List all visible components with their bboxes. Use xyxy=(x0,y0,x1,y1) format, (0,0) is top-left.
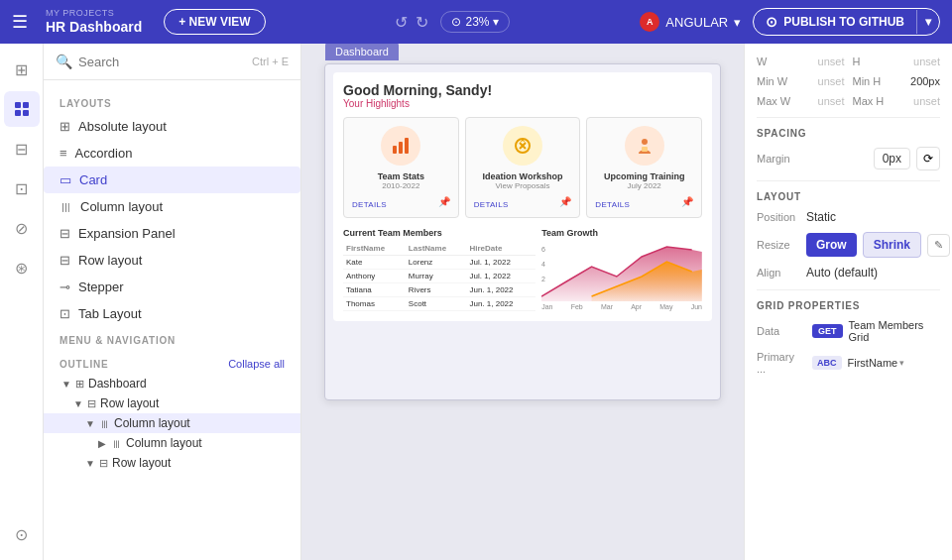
caret-dashboard[interactable]: ▼ xyxy=(60,379,73,390)
zoom-value: 23% xyxy=(465,15,489,29)
max-h-value: unset xyxy=(913,95,940,107)
card-link-0[interactable]: DETAILS xyxy=(352,200,387,209)
search-shortcut: Ctrl + E xyxy=(252,56,289,67)
row-layout-1-icon: ⊟ xyxy=(87,397,96,410)
column-layout-2-icon: ⫼ xyxy=(111,437,122,449)
undo-icon[interactable]: ↺ xyxy=(395,13,408,32)
main-layout: ⊞ ⊟ ⊡ ⊘ ⊛ ⊙ 🔍 Ctrl + E LAYOUTS ⊞ Absolut… xyxy=(0,44,952,560)
layout-item-tab[interactable]: ⊡ Tab Layout xyxy=(44,300,300,327)
margin-label: Margin xyxy=(757,153,790,165)
publish-label: PUBLISH TO GITHUB xyxy=(783,15,904,29)
publish-caret[interactable]: ▾ xyxy=(916,10,939,34)
cell-last: Lorenz xyxy=(406,256,467,270)
position-value: Static xyxy=(806,210,836,224)
layout-item-absolute[interactable]: ⊞ Absolute layout xyxy=(44,113,300,140)
card-link-1[interactable]: DETAILS xyxy=(474,200,509,209)
accordion-icon: ≡ xyxy=(60,146,67,161)
w-field: W unset xyxy=(757,56,845,67)
topbar: ☰ MY PROJECTS HR Dashboard + NEW VIEW ↺ … xyxy=(0,0,952,44)
w-value: unset xyxy=(818,56,845,67)
caret-row-2[interactable]: ▼ xyxy=(83,458,97,469)
search-input[interactable] xyxy=(78,55,246,69)
strip-icon-database[interactable]: ⊟ xyxy=(4,131,40,167)
strip-icon-navigation[interactable]: ⊛ xyxy=(4,250,40,285)
preview-greeting: Good Morning, Sandy! xyxy=(343,82,702,98)
preview-card-0: Team Stats 2010-2022 DETAILS 📌 xyxy=(343,117,459,218)
svg-rect-1 xyxy=(23,102,29,108)
expansion-icon: ⊟ xyxy=(60,226,70,241)
card-icon-2 xyxy=(625,126,664,166)
tree-item-row-layout-1[interactable]: ▼ ⊟ Row layout xyxy=(44,393,300,413)
cell-first: Thomas xyxy=(343,297,406,311)
project-name: HR Dashboard xyxy=(46,19,142,36)
caret-col-1[interactable]: ▼ xyxy=(83,418,97,429)
preview-cards: Team Stats 2010-2022 DETAILS 📌 Ideation … xyxy=(343,117,702,218)
new-view-button[interactable]: + NEW VIEW xyxy=(164,9,265,35)
tree-label-row-2: Row layout xyxy=(112,456,171,470)
caret-col-2[interactable]: ▶ xyxy=(95,438,109,449)
card-subtitle-2: July 2022 xyxy=(628,181,661,190)
strip-icon-components[interactable] xyxy=(4,91,40,127)
svg-rect-5 xyxy=(399,142,403,154)
primary-row: Primary ... ABC FirstName ▾ xyxy=(757,351,940,375)
data-value: Team Members Grid xyxy=(849,319,940,343)
shrink-button[interactable]: Shrink xyxy=(863,232,921,258)
card-link-2[interactable]: DETAILS xyxy=(595,200,630,209)
cell-last: Rivers xyxy=(406,283,467,297)
tree-item-dashboard[interactable]: ▼ ⊞ Dashboard xyxy=(44,374,300,393)
caret-row-1[interactable]: ▼ xyxy=(71,398,85,409)
tree-item-column-layout-1[interactable]: ▼ ⫼ Column layout xyxy=(44,413,300,433)
strip-icon-extensions[interactable]: ⊡ xyxy=(4,170,40,206)
column-icon: ⫼ xyxy=(60,199,72,214)
svg-rect-4 xyxy=(393,146,397,154)
preview-tab: Dashboard xyxy=(325,44,399,60)
layout-label-row: Row layout xyxy=(78,253,142,268)
min-wh-row: Min W unset Min H 200px xyxy=(757,75,940,87)
margin-value[interactable]: 0px xyxy=(874,148,910,169)
svg-rect-3 xyxy=(23,110,29,116)
layout-item-expansion[interactable]: ⊟ Expansion Panel xyxy=(44,220,300,247)
card-subtitle-1: View Proposals xyxy=(496,181,550,190)
month-apr: Apr xyxy=(631,303,642,310)
canvas-area[interactable]: Dashboard Good Morning, Sandy! Your High… xyxy=(301,44,744,560)
angular-selector[interactable]: A ANGULAR ▾ xyxy=(640,12,741,32)
layout-item-row[interactable]: ⊟ Row layout xyxy=(44,247,300,274)
hamburger-icon[interactable]: ☰ xyxy=(12,11,28,33)
collapse-all-button[interactable]: Collapse all xyxy=(228,358,285,370)
primary-dropdown[interactable]: FirstName ▾ xyxy=(848,357,905,369)
max-wh-row: Max W unset Max H unset xyxy=(757,95,940,107)
align-label: Align xyxy=(757,267,806,279)
publish-button[interactable]: ⊙ PUBLISH TO GITHUB ▾ xyxy=(753,8,940,36)
strip-icon-brush[interactable]: ⊘ xyxy=(4,210,40,246)
layout-item-card[interactable]: ▭ Card xyxy=(44,167,300,193)
preview-table-section: Current Team Members FirstName LastName … xyxy=(343,228,536,311)
edit-resize-button[interactable]: ✎ xyxy=(927,234,950,257)
grow-button[interactable]: Grow xyxy=(806,233,857,257)
strip-icon-layers[interactable]: ⊞ xyxy=(4,52,40,87)
svg-rect-6 xyxy=(405,138,409,154)
primary-value: FirstName xyxy=(848,357,898,369)
layout-item-stepper[interactable]: ⊸ Stepper xyxy=(44,274,300,300)
month-feb: Feb xyxy=(571,303,583,310)
h-label: H xyxy=(853,56,861,67)
tree-label-col-1: Column layout xyxy=(114,416,190,430)
icon-strip: ⊞ ⊟ ⊡ ⊘ ⊛ ⊙ xyxy=(0,44,44,560)
left-sidebar: 🔍 Ctrl + E LAYOUTS ⊞ Absolute layout ≡ A… xyxy=(44,44,301,560)
layout-item-accordion[interactable]: ≡ Accordion xyxy=(44,140,300,167)
zoom-control[interactable]: ⊙ 23% ▾ xyxy=(440,11,510,33)
project-info: MY PROJECTS HR Dashboard xyxy=(46,8,142,36)
margin-icon[interactable]: ⟳ xyxy=(916,147,940,170)
card-bottom-2: DETAILS 📌 xyxy=(595,194,693,209)
layout-item-column[interactable]: ⫼ Column layout xyxy=(44,193,300,220)
publish-main[interactable]: ⊙ PUBLISH TO GITHUB xyxy=(754,9,916,35)
card-pin-0: 📌 xyxy=(438,196,450,207)
layout-label-absolute: Absolute layout xyxy=(78,119,167,134)
col-header-lastname: LastName xyxy=(406,242,467,256)
position-row: Position Static xyxy=(757,210,940,224)
project-label: MY PROJECTS xyxy=(46,8,142,19)
strip-icon-preview[interactable]: ⊙ xyxy=(4,516,40,552)
tree-item-row-layout-2[interactable]: ▼ ⊟ Row layout xyxy=(44,453,300,473)
divider-3 xyxy=(757,289,940,290)
redo-icon[interactable]: ↻ xyxy=(416,13,428,32)
tree-item-column-layout-2[interactable]: ▶ ⫼ Column layout xyxy=(44,433,300,453)
